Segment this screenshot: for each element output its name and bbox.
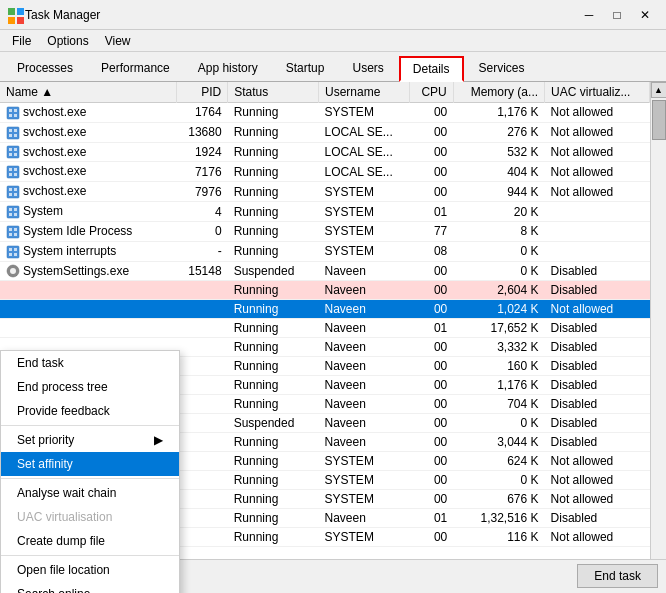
col-header-username[interactable]: Username (319, 82, 410, 103)
cell-uac: Not allowed (545, 142, 650, 162)
table-row[interactable]: RunningNaveen0117,652 KDisabled (0, 319, 650, 338)
cell-username: LOCAL SE... (319, 162, 410, 182)
menu-options[interactable]: Options (39, 32, 96, 50)
tab-app-history[interactable]: App history (185, 56, 271, 81)
table-row[interactable]: svchost.exe13680RunningLOCAL SE...00276 … (0, 122, 650, 142)
svg-rect-0 (8, 8, 15, 15)
svg-rect-26 (14, 188, 17, 191)
cell-name: System Idle Process (0, 221, 176, 241)
cell-status: Running (228, 221, 319, 241)
tab-details[interactable]: Details (399, 56, 464, 82)
table-row[interactable]: RunningNaveen001,024 KNot allowed (0, 300, 650, 319)
cell-username: SYSTEM (319, 221, 410, 241)
cell-pid (176, 509, 228, 528)
cell-pid: 7176 (176, 162, 228, 182)
ctx-set-affinity[interactable]: Set affinity (1, 452, 179, 476)
cell-username: Naveen (319, 357, 410, 376)
table-row[interactable]: svchost.exe1764RunningSYSTEM001,176 KNot… (0, 103, 650, 123)
minimize-button[interactable]: ─ (576, 5, 602, 25)
table-row[interactable]: System4RunningSYSTEM0120 K (0, 202, 650, 222)
ctx-analyse-wait-chain[interactable]: Analyse wait chain (1, 481, 179, 505)
table-row[interactable]: System Idle Process0RunningSYSTEM778 K (0, 221, 650, 241)
cell-pid (176, 281, 228, 300)
table-row[interactable]: SystemSettings.exe15148SuspendedNaveen00… (0, 261, 650, 281)
svg-rect-34 (7, 226, 19, 238)
cell-name: svchost.exe (0, 162, 176, 182)
table-header-row: Name ▲ PID Status Username CPU Memory (a… (0, 82, 650, 103)
cell-uac: Disabled (545, 395, 650, 414)
tab-processes[interactable]: Processes (4, 56, 86, 81)
cell-cpu: 01 (410, 202, 454, 222)
scroll-up-arrow[interactable]: ▲ (651, 82, 667, 98)
end-task-button[interactable]: End task (577, 564, 658, 588)
cell-status: Running (228, 281, 319, 300)
ctx-provide-feedback[interactable]: Provide feedback (1, 399, 179, 423)
cell-cpu: 00 (410, 182, 454, 202)
cell-memory: 1,176 K (453, 376, 544, 395)
tab-bar: Processes Performance App history Startu… (0, 52, 666, 82)
svg-rect-39 (7, 246, 19, 258)
menu-view[interactable]: View (97, 32, 139, 50)
menu-file[interactable]: File (4, 32, 39, 50)
tab-services[interactable]: Services (466, 56, 538, 81)
cell-cpu: 00 (410, 122, 454, 142)
col-header-memory[interactable]: Memory (a... (453, 82, 544, 103)
cell-username: LOCAL SE... (319, 142, 410, 162)
svg-rect-30 (9, 208, 12, 211)
ctx-set-priority[interactable]: Set priority ▶ (1, 428, 179, 452)
tab-users[interactable]: Users (339, 56, 396, 81)
cell-uac: Not allowed (545, 490, 650, 509)
cell-pid: 1764 (176, 103, 228, 123)
ctx-open-file-location[interactable]: Open file location (1, 558, 179, 582)
tab-startup[interactable]: Startup (273, 56, 338, 81)
ctx-end-process-tree[interactable]: End process tree (1, 375, 179, 399)
cell-memory: 704 K (453, 395, 544, 414)
svg-rect-1 (17, 8, 24, 15)
maximize-button[interactable]: □ (604, 5, 630, 25)
cell-cpu: 00 (410, 395, 454, 414)
svg-point-45 (10, 268, 16, 274)
col-header-status[interactable]: Status (228, 82, 319, 103)
cell-username: Naveen (319, 395, 410, 414)
svg-rect-13 (14, 134, 17, 137)
cell-pid (176, 528, 228, 547)
cell-status: Running (228, 300, 319, 319)
cell-status: Running (228, 162, 319, 182)
col-header-pid[interactable]: PID (176, 82, 228, 103)
ctx-end-task[interactable]: End task (1, 351, 179, 375)
cell-cpu: 00 (410, 281, 454, 300)
table-row[interactable]: svchost.exe1924RunningLOCAL SE...00532 K… (0, 142, 650, 162)
tab-performance[interactable]: Performance (88, 56, 183, 81)
table-row[interactable]: RunningNaveen002,604 KDisabled (0, 281, 650, 300)
svg-rect-16 (14, 148, 17, 151)
menu-bar: File Options View (0, 30, 666, 52)
scroll-thumb[interactable] (652, 100, 666, 140)
cell-username: SYSTEM (319, 528, 410, 547)
cell-uac (545, 221, 650, 241)
vertical-scrollbar[interactable]: ▲ (650, 82, 666, 559)
cell-username: SYSTEM (319, 202, 410, 222)
ctx-divider-3 (1, 555, 179, 556)
cell-pid: 7976 (176, 182, 228, 202)
cell-cpu: 01 (410, 509, 454, 528)
col-header-uac[interactable]: UAC virtualiz... (545, 82, 650, 103)
cell-memory: 944 K (453, 182, 544, 202)
col-header-cpu[interactable]: CPU (410, 82, 454, 103)
cell-uac (545, 202, 650, 222)
table-row[interactable]: System interrupts-RunningSYSTEM080 K (0, 241, 650, 261)
cell-memory: 1,32,516 K (453, 509, 544, 528)
ctx-create-dump-file[interactable]: Create dump file (1, 529, 179, 553)
close-button[interactable]: ✕ (632, 5, 658, 25)
cell-username: Naveen (319, 376, 410, 395)
ctx-search-online[interactable]: Search online (1, 582, 179, 593)
table-row[interactable]: svchost.exe7176RunningLOCAL SE...00404 K… (0, 162, 650, 182)
cell-status: Running (228, 452, 319, 471)
table-row[interactable]: svchost.exe7976RunningSYSTEM00944 KNot a… (0, 182, 650, 202)
svg-rect-23 (14, 173, 17, 176)
cell-uac: Disabled (545, 281, 650, 300)
cell-cpu: 00 (410, 142, 454, 162)
cell-pid (176, 338, 228, 357)
svg-rect-36 (14, 228, 17, 231)
col-header-name[interactable]: Name ▲ (0, 82, 176, 103)
cell-name (0, 319, 176, 338)
